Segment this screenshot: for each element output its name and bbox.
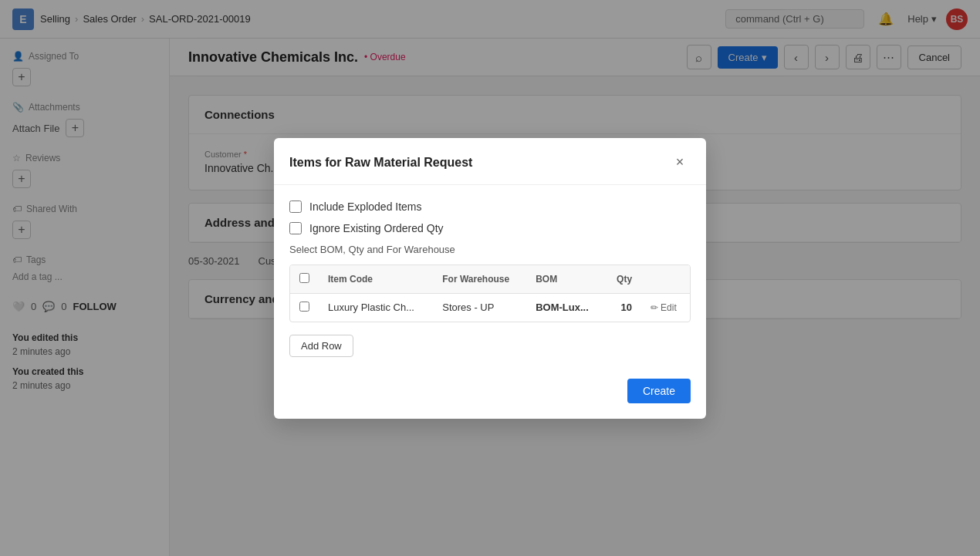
bom-cell: BOM-Lux... — [526, 293, 604, 322]
include-exploded-checkbox[interactable] — [289, 200, 302, 213]
ignore-ordered-label[interactable]: Ignore Existing Ordered Qty — [309, 222, 444, 234]
modal-title: Items for Raw Material Request — [289, 156, 472, 170]
action-cell: ✏ Edit — [641, 293, 690, 322]
items-table: Item Code For Warehouse BOM Qty Lu — [290, 265, 690, 322]
include-exploded-row: Include Exploded Items — [289, 200, 691, 213]
qty-cell: 10 — [604, 293, 641, 322]
modal-header: Items for Raw Material Request × — [274, 138, 706, 185]
close-button[interactable]: × — [669, 152, 691, 174]
items-table-wrapper: Item Code For Warehouse BOM Qty Lu — [289, 265, 691, 322]
row-checkbox[interactable] — [299, 302, 309, 312]
col-for-warehouse: For Warehouse — [433, 265, 526, 294]
col-actions — [641, 265, 690, 294]
for-warehouse-cell: Stores - UP — [433, 293, 526, 322]
modal-body: Include Exploded Items Ignore Existing O… — [274, 185, 706, 419]
col-bom: BOM — [526, 265, 604, 294]
col-item-code: Item Code — [319, 265, 433, 294]
item-code-cell: Luxury Plastic Ch... — [319, 293, 433, 322]
add-row-button[interactable]: Add Row — [289, 335, 353, 357]
select-label: Select BOM, Qty and For Warehouse — [289, 244, 691, 255]
select-all-checkbox[interactable] — [299, 273, 309, 283]
col-checkbox — [290, 265, 319, 294]
table-row: Luxury Plastic Ch... Stores - UP BOM-Lux… — [290, 293, 690, 322]
modal-create-button[interactable]: Create — [627, 379, 691, 403]
ignore-ordered-checkbox[interactable] — [289, 222, 302, 234]
modal-overlay[interactable]: Items for Raw Material Request × Include… — [0, 0, 980, 556]
pencil-icon: ✏ — [651, 302, 658, 313]
modal-dialog: Items for Raw Material Request × Include… — [274, 138, 706, 419]
table-header-row: Item Code For Warehouse BOM Qty — [290, 265, 690, 294]
modal-footer: Create — [289, 372, 691, 403]
col-qty: Qty — [604, 265, 641, 294]
ignore-ordered-row: Ignore Existing Ordered Qty — [289, 222, 691, 234]
edit-button[interactable]: ✏ Edit — [651, 302, 677, 313]
include-exploded-label[interactable]: Include Exploded Items — [309, 200, 422, 213]
